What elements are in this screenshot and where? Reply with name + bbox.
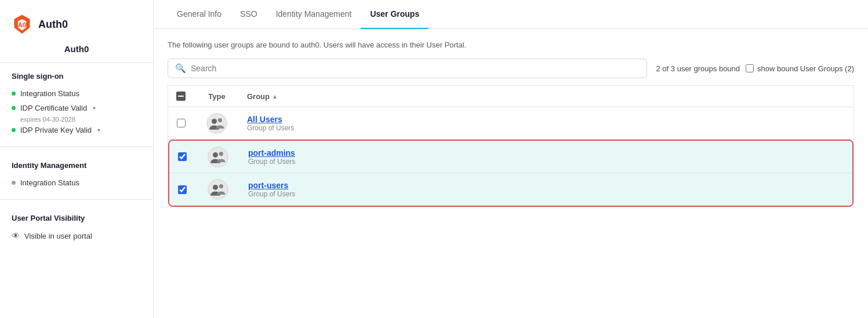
svg-point-7 <box>208 147 228 166</box>
th-checkbox <box>168 92 194 101</box>
tab-nav: General Info SSO Identity Management Use… <box>154 0 868 29</box>
highlighted-group-box: port-admins Group of Users <box>168 140 854 207</box>
sidebar-section-sso: Single sign-on Integration Status IDP Ce… <box>0 63 153 142</box>
sidebar-item-label: Integration Status <box>20 178 79 187</box>
row-checkbox[interactable] <box>178 152 187 161</box>
eye-icon: 👁 <box>12 231 20 240</box>
tab-user-groups[interactable]: User Groups <box>361 0 428 29</box>
svg-point-11 <box>213 185 218 190</box>
select-all-icon[interactable] <box>176 92 186 101</box>
td-type <box>195 142 241 172</box>
sidebar-section-idm: Identity Management Integration Status <box>0 152 153 195</box>
sidebar-divider <box>0 147 153 147</box>
sidebar-section-sso-title: Single sign-on <box>12 72 141 81</box>
group-icon <box>208 179 228 200</box>
group-icon <box>208 147 228 167</box>
td-group: port-users Group of Users <box>241 176 852 203</box>
bound-count-label: 2 of 3 user groups bound <box>656 64 740 73</box>
tab-general-info[interactable]: General Info <box>168 0 231 29</box>
sidebar-item-label: IDP Private Key Valid <box>20 126 92 134</box>
content-area: The following user groups are bound to a… <box>154 29 868 318</box>
chevron-down-icon: ▾ <box>97 127 100 133</box>
td-group: port-admins Group of Users <box>241 144 852 170</box>
show-bound-label: show bound User Groups (2) <box>757 64 854 73</box>
tab-sso[interactable]: SSO <box>231 0 267 29</box>
svg-point-8 <box>213 152 218 157</box>
sidebar-section-visibility: User Portal Visibility 👁 Visible in user… <box>0 204 153 248</box>
sidebar-logo: A0 Auth0 <box>0 14 153 44</box>
svg-point-9 <box>219 152 223 156</box>
sidebar-section-visibility-title: User Portal Visibility <box>12 214 141 222</box>
td-checkbox <box>169 181 195 199</box>
th-type-label: Type <box>208 92 225 101</box>
table-row: port-admins Group of Users <box>169 141 852 173</box>
auth0-logo-icon: A0 <box>12 14 32 35</box>
show-bound-checkbox-label[interactable]: show bound User Groups (2) <box>746 64 854 73</box>
tab-identity-management[interactable]: Identity Management <box>267 0 361 29</box>
sidebar-item-label: Visible in user portal <box>24 232 92 240</box>
search-box: 🔍 <box>168 59 647 78</box>
main-content: General Info SSO Identity Management Use… <box>154 0 868 318</box>
status-dot-green <box>12 92 16 96</box>
page-description: The following user groups are bound to a… <box>168 41 854 49</box>
logo-text: Auth0 <box>38 19 68 31</box>
td-checkbox <box>168 114 194 132</box>
sort-asc-icon: ▲ <box>272 93 278 100</box>
sidebar-item-idp-cert[interactable]: IDP Certificate Valid ▾ <box>12 101 141 115</box>
td-checkbox <box>169 148 195 166</box>
table-row: port-users Group of Users <box>169 173 852 206</box>
sidebar-divider <box>0 199 153 200</box>
search-filter-bar: 🔍 2 of 3 user groups bound show bound Us… <box>168 59 854 78</box>
svg-point-12 <box>219 184 223 188</box>
group-info: All Users Group of Users <box>247 115 294 132</box>
th-group-label: Group <box>247 92 270 101</box>
group-info: port-admins Group of Users <box>248 148 295 166</box>
group-name[interactable]: port-users <box>248 181 295 190</box>
idp-cert-expiry: expires 04-30-2028 <box>20 116 141 123</box>
user-groups-table: Type Group ▲ <box>168 85 854 207</box>
group-type: Group of Users <box>248 158 295 166</box>
sidebar-app-name: Auth0 <box>0 44 153 63</box>
svg-point-6 <box>218 118 222 122</box>
status-dot-green <box>12 106 16 110</box>
sidebar-item-integration-status[interactable]: Integration Status <box>12 86 141 101</box>
group-type: Group of Users <box>247 124 294 132</box>
sidebar-item-label: Integration Status <box>20 89 79 98</box>
row-checkbox[interactable] <box>177 119 186 127</box>
svg-point-10 <box>208 180 228 199</box>
svg-point-4 <box>207 113 227 133</box>
th-type: Type <box>194 92 240 101</box>
group-name[interactable]: All Users <box>247 115 294 124</box>
sidebar-section-idm-title: Identity Management <box>12 161 141 170</box>
search-input[interactable] <box>191 64 640 73</box>
td-type <box>194 108 240 138</box>
filter-area: 2 of 3 user groups bound show bound User… <box>656 64 854 73</box>
status-dot-green <box>12 128 16 132</box>
row-checkbox[interactable] <box>178 185 187 194</box>
chevron-down-icon: ▾ <box>93 105 96 111</box>
sidebar-item-idp-private-key[interactable]: IDP Private Key Valid ▾ <box>12 123 141 137</box>
sidebar: A0 Auth0 Auth0 Single sign-on Integratio… <box>0 0 154 318</box>
table-header: Type Group ▲ <box>168 86 854 107</box>
show-bound-checkbox[interactable] <box>746 64 754 72</box>
svg-text:A0: A0 <box>18 21 26 28</box>
status-dot-gray <box>12 181 16 185</box>
sidebar-item-visibility[interactable]: 👁 Visible in user portal <box>12 228 141 243</box>
td-group: All Users Group of Users <box>240 110 854 137</box>
group-icon <box>206 113 227 134</box>
group-name[interactable]: port-admins <box>248 148 295 158</box>
group-info: port-users Group of Users <box>248 181 295 198</box>
group-type: Group of Users <box>248 190 295 198</box>
search-icon: 🔍 <box>175 63 186 74</box>
svg-point-5 <box>212 118 217 123</box>
td-type <box>195 174 241 204</box>
sidebar-item-idm-integration[interactable]: Integration Status <box>12 176 141 190</box>
th-group[interactable]: Group ▲ <box>240 92 854 101</box>
sidebar-item-label: IDP Certificate Valid <box>20 104 87 112</box>
table-row: All Users Group of Users <box>168 107 854 140</box>
